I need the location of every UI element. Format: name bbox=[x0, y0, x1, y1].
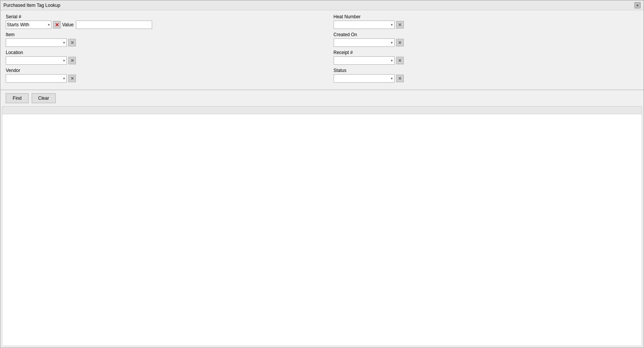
serial-clear-button[interactable]: ✕ bbox=[53, 21, 61, 29]
location-label: Location bbox=[6, 50, 311, 55]
location-row: ✕ bbox=[6, 56, 311, 65]
heat-number-row: ✕ bbox=[334, 21, 639, 29]
status-clear-button[interactable]: ✕ bbox=[396, 75, 404, 82]
created-on-filter: Created On ✕ bbox=[334, 32, 639, 47]
item-row: ✕ bbox=[6, 38, 311, 47]
vendor-select[interactable] bbox=[6, 74, 67, 83]
heat-number-filter: Heat Number ✕ bbox=[334, 14, 639, 29]
status-label: Status bbox=[334, 68, 639, 73]
heat-number-select-wrapper bbox=[334, 21, 395, 29]
results-header bbox=[2, 107, 642, 114]
vendor-select-wrapper bbox=[6, 74, 67, 83]
receipt-number-label: Receipt # bbox=[334, 50, 639, 55]
item-label: Item bbox=[6, 32, 311, 37]
status-row: ✕ bbox=[334, 74, 639, 83]
actions-panel: Find Clear bbox=[0, 90, 644, 106]
receipt-number-select[interactable] bbox=[334, 56, 395, 65]
window-close-button[interactable]: × bbox=[634, 2, 641, 8]
receipt-number-select-wrapper bbox=[334, 56, 395, 65]
results-panel[interactable] bbox=[2, 106, 642, 346]
vendor-clear-button[interactable]: ✕ bbox=[68, 75, 76, 82]
status-select-wrapper bbox=[334, 74, 395, 83]
item-clear-button[interactable]: ✕ bbox=[68, 39, 76, 46]
receipt-number-filter: Receipt # ✕ bbox=[334, 50, 639, 65]
vendor-row: ✕ bbox=[6, 74, 311, 83]
item-select[interactable] bbox=[6, 38, 67, 47]
value-label: Value bbox=[62, 22, 74, 27]
clear-button[interactable]: Clear bbox=[32, 93, 56, 103]
created-on-row: ✕ bbox=[334, 38, 639, 47]
status-select[interactable] bbox=[334, 74, 395, 83]
filters-panel: Serial # Starts With Contains Equals End… bbox=[0, 10, 644, 90]
location-clear-button[interactable]: ✕ bbox=[68, 57, 76, 64]
serial-value-input[interactable] bbox=[76, 21, 152, 29]
serial-condition-wrapper: Starts With Contains Equals Ends With bbox=[6, 21, 51, 29]
find-button[interactable]: Find bbox=[6, 93, 29, 103]
right-filters: Heat Number ✕ Created On bbox=[334, 14, 639, 86]
created-on-clear-button[interactable]: ✕ bbox=[396, 39, 404, 46]
vendor-filter: Vendor ✕ bbox=[6, 68, 311, 83]
location-select-wrapper bbox=[6, 56, 67, 65]
serial-condition-select[interactable]: Starts With Contains Equals Ends With bbox=[6, 21, 51, 29]
status-filter: Status ✕ bbox=[334, 68, 639, 83]
created-on-select[interactable] bbox=[334, 38, 395, 47]
receipt-number-row: ✕ bbox=[334, 56, 639, 65]
heat-number-label: Heat Number bbox=[334, 14, 639, 19]
location-select[interactable] bbox=[6, 56, 67, 65]
window-title: Purchased Item Tag Lookup bbox=[3, 3, 60, 8]
title-bar: Purchased Item Tag Lookup × bbox=[0, 0, 644, 10]
left-filters: Serial # Starts With Contains Equals End… bbox=[6, 14, 311, 86]
serial-number-filter: Serial # Starts With Contains Equals End… bbox=[6, 14, 311, 29]
heat-number-clear-button[interactable]: ✕ bbox=[396, 21, 404, 29]
location-filter: Location ✕ bbox=[6, 50, 311, 65]
serial-number-label: Serial # bbox=[6, 14, 311, 19]
filters-grid: Serial # Starts With Contains Equals End… bbox=[6, 14, 638, 86]
main-window: Purchased Item Tag Lookup × Serial # Sta… bbox=[0, 0, 644, 348]
item-select-wrapper bbox=[6, 38, 67, 47]
receipt-number-clear-button[interactable]: ✕ bbox=[396, 57, 404, 64]
item-filter: Item ✕ bbox=[6, 32, 311, 47]
heat-number-select[interactable] bbox=[334, 21, 395, 29]
vendor-label: Vendor bbox=[6, 68, 311, 73]
serial-number-row: Starts With Contains Equals Ends With ✕ … bbox=[6, 21, 311, 29]
created-on-label: Created On bbox=[334, 32, 639, 37]
created-on-select-wrapper bbox=[334, 38, 395, 47]
